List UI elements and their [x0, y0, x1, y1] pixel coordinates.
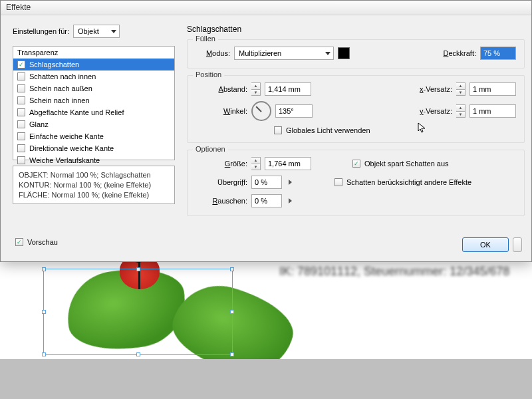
settings-for-label: Einstellungen für:	[13, 27, 69, 35]
knockout-label: Objekt spart Schatten aus	[364, 160, 449, 168]
xoffset-spinner[interactable]: ▲▼	[456, 82, 466, 96]
cancel-button[interactable]	[513, 237, 522, 252]
spread-input[interactable]: 0 %	[251, 176, 282, 189]
knockout-checkbox[interactable]: ✓	[352, 160, 360, 168]
angle-dial[interactable]	[251, 101, 271, 121]
effect-item-inner-shadow[interactable]: Schatten nach innen	[13, 70, 174, 82]
checkbox-icon[interactable]	[17, 144, 25, 152]
angle-input[interactable]: 135°	[275, 104, 313, 118]
checkbox-icon[interactable]: ✓	[17, 61, 25, 68]
checkbox-icon[interactable]	[17, 84, 25, 92]
checkbox-icon[interactable]	[17, 96, 25, 104]
effect-item-satin[interactable]: Glanz	[13, 118, 174, 130]
global-light-checkbox[interactable]	[274, 126, 282, 134]
ok-button[interactable]: OK	[462, 237, 509, 252]
honors-checkbox[interactable]	[334, 178, 342, 186]
settings-for-value: Objekt	[78, 27, 99, 35]
checkbox-icon[interactable]	[17, 156, 25, 164]
document-text: IK: 789101112, Steuernummer: 12/345/678	[279, 265, 509, 279]
effects-dialog: Effekte Einstellungen für: Objekt Transp…	[0, 0, 532, 262]
blend-mode-dropdown[interactable]: Multiplizieren	[234, 47, 334, 60]
preview-checkbox[interactable]: ✓	[15, 238, 23, 246]
color-swatch[interactable]	[338, 47, 350, 59]
fill-legend: Füllen	[193, 35, 218, 43]
effects-list[interactable]: Transparenz ✓Schlagschatten Schatten nac…	[13, 46, 175, 160]
fill-group: Füllen Modus: Multiplizieren Deckkraft: …	[187, 39, 525, 68]
checkbox-icon[interactable]	[17, 72, 25, 80]
selection-frame[interactable]	[43, 269, 233, 355]
settings-for-dropdown[interactable]: Objekt	[73, 25, 120, 38]
effect-item-directional-feather[interactable]: Direktionale weiche Kante	[13, 142, 174, 154]
global-light-label: Globales Licht verwenden	[286, 126, 370, 134]
options-group: Optionen Größe: ▲▼ 1,764 mm ✓ Objekt spa…	[187, 150, 525, 216]
effect-item-bevel[interactable]: Abgeflachte Kante und Relief	[13, 106, 174, 118]
effect-item-drop-shadow[interactable]: ✓Schlagschatten	[13, 59, 174, 70]
checkbox-icon[interactable]	[17, 108, 25, 116]
options-legend: Optionen	[193, 145, 228, 153]
distance-input[interactable]: 1,414 mm	[265, 82, 311, 96]
xoffset-input[interactable]: 1 mm	[469, 82, 516, 96]
yoffset-input[interactable]: 1 mm	[469, 104, 516, 118]
checkbox-icon[interactable]	[17, 120, 25, 128]
opacity-input[interactable]: 75 %	[480, 47, 516, 60]
chevron-down-icon	[111, 30, 116, 33]
yoffset-spinner[interactable]: ▲▼	[456, 104, 466, 118]
size-spinner[interactable]: ▲▼	[251, 157, 261, 170]
flyout-icon[interactable]	[289, 180, 292, 185]
effect-item-basic-feather[interactable]: Einfache weiche Kante	[13, 130, 174, 142]
effect-item-gradient-feather[interactable]: Weiche Verlaufskante	[13, 154, 174, 166]
position-group: Position Abstand: ▲▼ 1,414 mm x-Versatz:…	[187, 75, 525, 143]
noise-input[interactable]: 0 %	[251, 194, 282, 207]
checkbox-icon[interactable]	[17, 132, 25, 140]
pasteboard	[0, 359, 532, 399]
position-legend: Position	[193, 70, 224, 78]
size-input[interactable]: 1,764 mm	[265, 157, 311, 170]
effect-item-transparency[interactable]: Transparenz	[13, 47, 174, 59]
effect-item-outer-glow[interactable]: Schein nach außen	[13, 82, 174, 94]
flyout-icon[interactable]	[289, 198, 292, 203]
preview-label: Vorschau	[27, 238, 58, 246]
distance-spinner[interactable]: ▲▼	[251, 82, 261, 96]
chevron-down-icon	[325, 52, 331, 55]
effects-summary: OBJEKT: Normal 100 %; Schlagschatten KON…	[13, 166, 175, 204]
effect-item-inner-glow[interactable]: Schein nach innen	[13, 94, 174, 106]
section-heading: Schlagschatten	[187, 25, 525, 34]
honors-label: Schatten berücksichtigt andere Effekte	[346, 178, 471, 186]
dialog-title: Effekte	[1, 1, 531, 15]
